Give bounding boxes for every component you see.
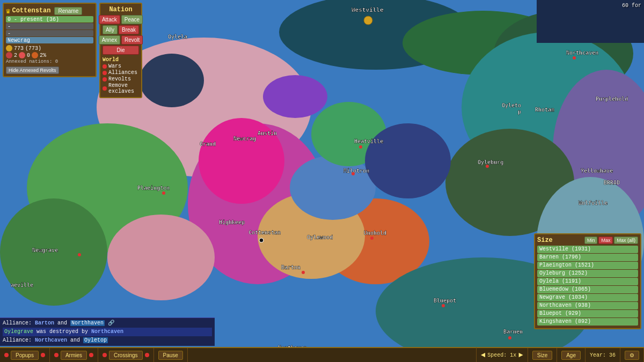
popups-button[interactable]: Popups: [11, 351, 39, 360]
size-rt-section: Size: [528, 348, 557, 362]
size-item-8[interactable]: Bluepot (929): [537, 310, 638, 317]
size-item-1[interactable]: Barnen (1796): [537, 254, 638, 261]
svg-text:Barnen: Barnen: [503, 329, 523, 335]
speed-section: ◄ Speed: 1x ►: [477, 348, 528, 362]
attack-button[interactable]: Attack: [99, 15, 120, 24]
sword-value: 2: [14, 53, 17, 58]
svg-point-14: [290, 156, 376, 220]
svg-text:Wolfville: Wolfville: [579, 200, 608, 206]
event-log: Alliance: Barton and Northhaven 🔗 Oylegr…: [0, 317, 215, 346]
svg-text:Oylewood: Oylewood: [307, 234, 333, 240]
size-bar-6: Newgrave (1034): [537, 294, 638, 301]
age-section: Age: [557, 348, 586, 362]
size-item-2[interactable]: Plaeington (1521): [537, 262, 638, 269]
speed-right-arrow[interactable]: ►: [518, 351, 523, 359]
right-toolbar: ◄ Speed: 1x ► Size Age Year: 36 ⚙: [476, 347, 644, 362]
ally-button[interactable]: Ally: [103, 25, 118, 34]
shield-value: 0: [27, 53, 30, 58]
gold-paren: (773): [25, 46, 41, 51]
wars-label: Wars: [108, 63, 121, 69]
alliances-label: Alliances: [108, 70, 137, 76]
size-item-7[interactable]: Northcaven (938): [537, 302, 638, 309]
percent-value: 2%: [40, 53, 46, 58]
break-button[interactable]: Break: [119, 25, 139, 34]
armies-section: Armies: [50, 348, 98, 362]
max-all-button[interactable]: Max (all): [614, 237, 638, 244]
event-nation-barton: Barton: [35, 320, 54, 326]
revolts-dot: [103, 77, 107, 82]
size-bar-1: Barnen (1796): [537, 254, 638, 261]
size-bar-9: Kingshaven (892): [537, 318, 638, 326]
event-line-1: Oylegrave was destroyed by Northcaven: [3, 328, 212, 336]
stat2: -: [6, 23, 93, 29]
ally-stat: Newcrag: [6, 37, 93, 43]
alliances-item[interactable]: Alliances: [103, 70, 139, 76]
min-button[interactable]: Min: [584, 237, 598, 244]
max-button[interactable]: Max: [598, 237, 613, 244]
crossings-section: Crossings: [98, 348, 153, 362]
pause-button[interactable]: Pause: [158, 351, 183, 360]
svg-point-22: [365, 123, 451, 198]
crossings-dot: [103, 353, 107, 357]
crossings-dot2: [145, 353, 149, 357]
speed-left-arrow[interactable]: ◄: [481, 351, 485, 359]
action-panel-title: Nation: [103, 6, 139, 13]
svg-text:BRRAD: BRRAD: [604, 180, 620, 186]
remove-exclaves-item[interactable]: Remove exclaves: [103, 83, 139, 94]
top-counter: 60 for: [622, 3, 641, 9]
die-button[interactable]: Die: [103, 46, 139, 55]
gold-value: 773: [14, 46, 24, 51]
svg-point-20: [263, 75, 327, 118]
size-rt-button[interactable]: Size: [532, 351, 552, 360]
size-bar-7: Northcaven (938): [537, 302, 638, 309]
settings-button[interactable]: ⚙: [625, 351, 639, 360]
svg-text:Westville: Westville: [352, 6, 384, 13]
armies-button[interactable]: Armies: [61, 351, 87, 360]
svg-point-55: [486, 165, 489, 168]
svg-point-54: [352, 172, 355, 175]
svg-text:Austin: Austin: [258, 130, 277, 136]
svg-text:Unohold: Unohold: [364, 230, 386, 236]
year-label: Year: 36: [590, 352, 616, 358]
speed-label: Speed: 1x: [487, 352, 516, 358]
popups-dot2: [41, 353, 45, 357]
armies-dot2: [89, 353, 93, 357]
annex-button[interactable]: Annex: [99, 35, 120, 45]
size-item-3[interactable]: Oyleburg (1252): [537, 270, 638, 277]
svg-text:Rhotam: Rhotam: [535, 107, 554, 113]
size-item-0[interactable]: Westville (1931): [537, 246, 638, 253]
hide-annexed-revolts-button[interactable]: Hide Annexed Revolts: [6, 67, 59, 74]
svg-text:p: p: [518, 109, 521, 115]
popups-dot: [4, 353, 9, 357]
revolts-item[interactable]: Revolts: [103, 76, 139, 82]
popups-section: Popups: [0, 348, 50, 362]
svg-text:Heatville: Heatville: [354, 138, 383, 144]
svg-text:Bluepot: Bluepot: [434, 298, 456, 304]
rename-button[interactable]: Rename: [54, 7, 82, 15]
size-item-5[interactable]: Bluemedow (1065): [537, 286, 638, 293]
event-northcaven: Northcaven: [91, 329, 123, 335]
revolt-button[interactable]: Revolt: [121, 35, 143, 45]
crossings-button[interactable]: Crossings: [109, 351, 142, 360]
svg-point-15: [140, 54, 204, 107]
wars-dot: [103, 64, 107, 69]
age-button[interactable]: Age: [561, 351, 581, 360]
peace-button[interactable]: Peace: [121, 15, 143, 24]
size-bar-3: Oyleburg (1252): [537, 270, 638, 277]
gold-icon: [6, 45, 12, 51]
svg-point-39: [259, 238, 264, 242]
size-bar-2: Plaeington (1521): [537, 262, 638, 269]
crown-icon: ♛: [6, 6, 10, 16]
size-item-6[interactable]: Newgrave (1034): [537, 294, 638, 301]
svg-point-59: [508, 336, 511, 339]
size-item-4[interactable]: Oylela (1191): [537, 278, 638, 285]
action-panel: Nation Attack Peace Ally Break Annex Rev…: [99, 3, 142, 98]
size-item-9[interactable]: Kingshaven (892): [537, 318, 638, 326]
svg-point-58: [78, 253, 81, 256]
svg-text:Milotron: Milotron: [343, 168, 369, 174]
svg-text:Northcaven: Northcaven: [566, 50, 598, 56]
wars-item[interactable]: Wars: [103, 63, 139, 69]
svg-text:Highkeep: Highkeep: [219, 219, 245, 225]
svg-text:Newgrave: Newgrave: [32, 247, 58, 253]
event-northcaven2: Northcaven: [35, 337, 67, 343]
